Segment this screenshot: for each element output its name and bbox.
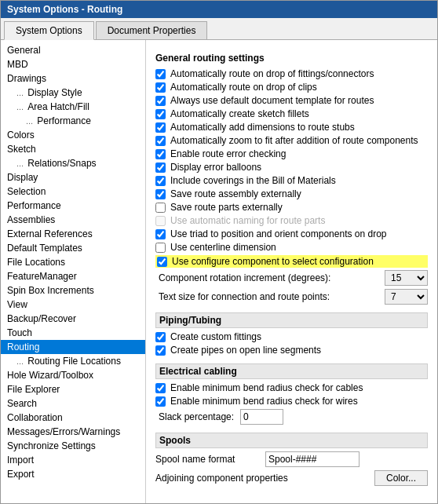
text-size-row: Text size for connection and route point… — [155, 289, 428, 305]
sidebar-item-external-references[interactable]: External References — [1, 227, 145, 241]
electrical-checkboxes: Enable minimum bend radius check for cab… — [155, 382, 428, 407]
piping-checkbox-row-1: Create pipes on open line segments — [155, 345, 428, 356]
tab-document-properties[interactable]: Document Properties — [96, 21, 208, 39]
checkbox-label-12: Use triad to position and orient compone… — [170, 228, 387, 239]
checkbox-11[interactable] — [155, 216, 166, 226]
rotation-label: Component rotation increment (degrees): — [155, 272, 385, 283]
sidebar-item-relations-snaps[interactable]: ... Relations/Snaps — [1, 156, 145, 170]
checkbox-0[interactable] — [155, 69, 166, 79]
electrical-checkbox-row-1: Enable minimum bend radius check for wir… — [155, 396, 428, 407]
piping-section-title: Piping/Tubing — [155, 312, 428, 328]
sidebar-item-import[interactable]: Import — [1, 453, 145, 467]
sidebar-item-collaboration[interactable]: Collaboration — [1, 411, 145, 425]
sidebar-item-synchronize-settings[interactable]: Synchronize Settings — [1, 439, 145, 453]
electrical-section-title: Electrical cabling — [155, 363, 428, 379]
checkbox-3[interactable] — [155, 109, 166, 119]
checkbox-9[interactable] — [155, 189, 166, 199]
sidebar-item-general[interactable]: General — [1, 43, 145, 57]
checkbox-label-5: Automatically zoom to fit after addition… — [170, 135, 418, 146]
checkbox-8[interactable] — [155, 176, 166, 186]
checkbox-label-13: Use centerline dimension — [170, 242, 276, 253]
sidebar-item-spin-box-increments[interactable]: Spin Box Increments — [1, 283, 145, 298]
checkbox-row-5: Automatically zoom to fit after addition… — [155, 135, 428, 146]
checkbox-row-8: Include coverings in the Bill of Materia… — [155, 175, 428, 186]
sidebar-item-routing-file-locations[interactable]: ... Routing File Locations — [1, 354, 145, 368]
sidebar-item-view[interactable]: View — [1, 298, 145, 312]
sidebar-item-performance[interactable]: ... Performance — [1, 114, 145, 128]
checkbox-label-8: Include coverings in the Bill of Materia… — [170, 175, 336, 186]
checkbox-4[interactable] — [155, 122, 166, 133]
electrical-checkbox-1[interactable] — [155, 396, 166, 407]
sidebar-item-file-locations[interactable]: File Locations — [1, 255, 145, 269]
sidebar-item-area-hatch-fill[interactable]: ... Area Hatch/Fill — [1, 100, 145, 114]
sidebar-item-messages-errors-warnings[interactable]: Messages/Errors/Warnings — [1, 425, 145, 439]
text-size-select[interactable]: 7891012 — [385, 289, 428, 305]
checkbox-5[interactable] — [155, 136, 166, 146]
sidebar-item-performance[interactable]: Performance — [1, 199, 145, 213]
checkbox-label-11: Use automatic naming for route parts — [170, 215, 325, 226]
sidebar-item-routing[interactable]: Routing — [1, 340, 145, 354]
sidebar-item-mbd[interactable]: MBD — [1, 57, 145, 71]
checkbox-row-3: Automatically create sketch fillets — [155, 108, 428, 119]
electrical-checkbox-0[interactable] — [155, 383, 166, 393]
checkbox-label-3: Automatically create sketch fillets — [170, 108, 309, 119]
electrical-checkbox-row-0: Enable minimum bend radius check for cab… — [155, 382, 428, 393]
checkbox-label-6: Enable route error checking — [170, 148, 286, 159]
checkbox-13[interactable] — [155, 243, 166, 253]
sidebar-item-file-explorer[interactable]: File Explorer — [1, 382, 145, 396]
checkboxes-container: Automatically route on drop of fittings/… — [155, 68, 428, 268]
adjoining-row: Adjoining component properties Color... — [155, 470, 428, 486]
sidebar-item-display[interactable]: Display — [1, 170, 145, 184]
sidebar-item-drawings[interactable]: Drawings — [1, 71, 145, 86]
content-area: GeneralMBDDrawings... Display Style... A… — [1, 40, 437, 503]
electrical-section: Electrical cabling Enable minimum bend r… — [155, 363, 428, 425]
checkbox-10[interactable] — [155, 203, 166, 213]
sidebar-item-display-style[interactable]: ... Display Style — [1, 86, 145, 100]
checkbox-row-0: Automatically route on drop of fittings/… — [155, 68, 428, 79]
sidebar-item-colors[interactable]: Colors — [1, 128, 145, 142]
checkbox-label-1: Automatically route on drop of clips — [170, 82, 317, 93]
sidebar-item-default-templates[interactable]: Default Templates — [1, 241, 145, 255]
slack-row: Slack percentage: — [155, 409, 428, 425]
rotation-select[interactable]: 15304590 — [385, 270, 428, 286]
sidebar-item-hole-wizard-toolbox[interactable]: Hole Wizard/Toolbox — [1, 368, 145, 382]
spool-name-label: Spool name format — [155, 454, 265, 465]
slack-input[interactable] — [240, 409, 283, 425]
checkbox-row-9: Save route assembly externally — [155, 188, 428, 199]
checkbox-6[interactable] — [155, 149, 166, 159]
general-section-title: General routing settings — [155, 53, 428, 64]
piping-checkbox-row-0: Create custom fittings — [155, 331, 428, 342]
checkbox-7[interactable] — [155, 163, 166, 173]
sidebar-item-backup-recover[interactable]: Backup/Recover — [1, 312, 145, 326]
checkbox-label-9: Save route assembly externally — [170, 188, 301, 199]
piping-checkbox-1[interactable] — [155, 345, 166, 356]
sidebar-item-touch[interactable]: Touch — [1, 326, 145, 340]
sidebar-item-search[interactable]: Search — [1, 396, 145, 411]
checkbox-label-7: Display error balloons — [170, 162, 261, 173]
sidebar-item-export[interactable]: Export — [1, 467, 145, 481]
checkbox-label-4: Automatically add dimensions to route st… — [170, 122, 355, 133]
color-button[interactable]: Color... — [374, 470, 428, 486]
piping-checkboxes: Create custom fittingsCreate pipes on op… — [155, 331, 428, 356]
sidebar-item-assemblies[interactable]: Assemblies — [1, 213, 145, 227]
checkbox-row-4: Automatically add dimensions to route st… — [155, 122, 428, 133]
checkbox-row-14: Use configure component to select config… — [155, 255, 428, 268]
checkbox-12[interactable] — [155, 229, 166, 239]
tab-system-options[interactable]: System Options — [4, 21, 94, 40]
slack-label: Slack percentage: — [159, 411, 234, 422]
checkbox-14[interactable] — [157, 257, 167, 267]
main-panel: General routing settings Automatically r… — [146, 40, 437, 503]
checkbox-1[interactable] — [155, 82, 166, 93]
spool-name-input[interactable] — [265, 451, 360, 467]
sidebar-item-featuremanager[interactable]: FeatureManager — [1, 269, 145, 283]
piping-checkbox-0[interactable] — [155, 332, 166, 342]
checkbox-row-6: Enable route error checking — [155, 148, 428, 159]
checkbox-label-0: Automatically route on drop of fittings/… — [170, 68, 374, 79]
sidebar-item-sketch[interactable]: Sketch — [1, 142, 145, 156]
checkbox-2[interactable] — [155, 96, 166, 106]
checkbox-row-2: Always use default document template for… — [155, 95, 428, 106]
checkbox-row-11: Use automatic naming for route parts — [155, 215, 428, 226]
sidebar-item-selection[interactable]: Selection — [1, 184, 145, 199]
electrical-checkbox-label-1: Enable minimum bend radius check for wir… — [170, 396, 358, 407]
spools-section: Spools Spool name format Adjoining compo… — [155, 433, 428, 486]
